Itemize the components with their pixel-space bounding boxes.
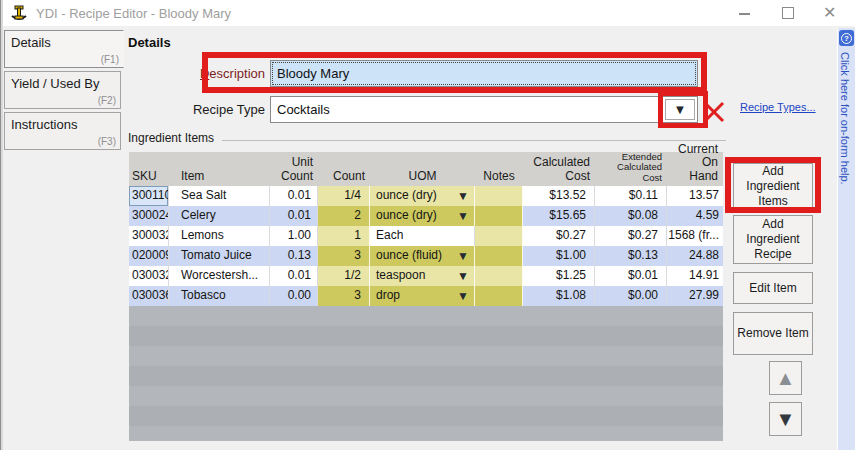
move-up-button[interactable]: ▲ <box>769 361 802 395</box>
cell-unit-count[interactable]: 0.01 <box>270 186 318 206</box>
cell-calculated-cost[interactable]: $13.52 <box>523 186 595 206</box>
add-ingredient-items-button[interactable]: Add Ingredient Items <box>733 163 813 209</box>
cell-sku[interactable]: 300032 <box>129 226 169 246</box>
cell-notes[interactable] <box>475 186 523 206</box>
recipe-type-dropdown-icon[interactable]: ▼ <box>665 99 695 120</box>
col-header-current-on-hand: Current On Hand <box>667 143 723 186</box>
tab-details[interactable]: Details (F1) <box>4 30 124 68</box>
window-left-edge <box>0 0 3 450</box>
close-icon[interactable]: ✕ <box>823 3 836 23</box>
cell-uom[interactable]: Each <box>370 226 475 246</box>
col-header-item: Item <box>169 170 270 186</box>
ingredient-items-group-label: Ingredient Items <box>128 131 214 145</box>
table-row[interactable]: 020009 Tomato Juice 0.13 3 ounce (fluid)… <box>129 246 723 266</box>
cell-item[interactable]: Sea Salt <box>169 186 270 206</box>
cell-count[interactable]: 1 <box>318 226 370 246</box>
uom-dropdown-icon[interactable]: ▼ <box>457 267 469 285</box>
cell-notes[interactable] <box>475 206 523 226</box>
cell-on-hand[interactable]: 14.91 <box>667 266 723 286</box>
cell-calculated-cost[interactable]: $0.27 <box>523 226 595 246</box>
uom-dropdown-icon[interactable]: ▼ <box>457 187 469 205</box>
cell-unit-count[interactable]: 0.13 <box>270 246 318 266</box>
cell-extended-cost[interactable]: $0.27 <box>595 226 667 246</box>
minimize-icon[interactable] <box>739 13 750 15</box>
cell-extended-cost[interactable]: $0.08 <box>595 206 667 226</box>
recipe-type-combobox[interactable]: Cocktails ▼ <box>270 96 698 123</box>
cell-count[interactable]: 1/4 <box>318 186 370 206</box>
cell-calculated-cost[interactable]: $1.00 <box>523 246 595 266</box>
help-strip-label[interactable]: Click here for on-form help. <box>839 52 851 185</box>
recipe-types-link[interactable]: Recipe Types... <box>740 101 816 113</box>
cell-on-hand[interactable]: 27.99 <box>667 286 723 306</box>
cell-item[interactable]: Tobasco <box>169 286 270 306</box>
cell-unit-count[interactable]: 0.00 <box>270 286 318 306</box>
cell-uom[interactable]: drop▼ <box>370 286 475 306</box>
ingredient-items-table: SKU Item Unit Count Count UOM Notes Calc… <box>129 152 723 306</box>
cell-on-hand[interactable]: 13.57 <box>667 186 723 206</box>
table-row[interactable]: 300024 Celery 0.01 2 ounce (dry)▼ $15.65… <box>129 206 723 226</box>
cell-unit-count[interactable]: 1.00 <box>270 226 318 246</box>
recipe-type-label: Recipe Type <box>159 102 265 117</box>
cell-item[interactable]: Worcestersh... <box>169 266 270 286</box>
cell-uom[interactable]: teaspoon▼ <box>370 266 475 286</box>
cell-calculated-cost[interactable]: $1.08 <box>523 286 595 306</box>
uom-dropdown-icon[interactable]: ▼ <box>457 287 469 305</box>
help-question-icon[interactable]: ? <box>839 30 854 46</box>
cell-extended-cost[interactable]: $0.01 <box>595 266 667 286</box>
table-row[interactable]: 030032 Worcestersh... 0.01 1/2 teaspoon▼… <box>129 266 723 286</box>
cell-notes[interactable] <box>475 246 523 266</box>
cell-uom[interactable]: ounce (fluid)▼ <box>370 246 475 266</box>
cell-on-hand[interactable]: 24.88 <box>667 246 723 266</box>
recipe-type-value: Cocktails <box>277 102 330 117</box>
table-empty-area[interactable] <box>129 306 723 441</box>
cell-sku[interactable]: 020009 <box>129 246 169 266</box>
tab-fkey: (F3) <box>98 136 116 147</box>
down-arrow-icon: ▼ <box>776 408 796 431</box>
cell-sku[interactable]: 030036 <box>129 286 169 306</box>
section-title: Details <box>128 35 171 50</box>
cell-item[interactable]: Lemons <box>169 226 270 246</box>
cell-notes[interactable] <box>475 286 523 306</box>
tab-yield-used-by[interactable]: Yield / Used By (F2) <box>4 71 121 109</box>
col-header-unit-count: Unit Count <box>270 156 318 186</box>
cell-uom[interactable]: ounce (dry)▼ <box>370 206 475 226</box>
cell-count[interactable]: 3 <box>318 286 370 306</box>
cell-sku[interactable]: 030032 <box>129 266 169 286</box>
uom-dropdown-icon[interactable]: ▼ <box>457 207 469 225</box>
cell-uom[interactable]: ounce (dry)▼ <box>370 186 475 206</box>
cell-count[interactable]: 3 <box>318 246 370 266</box>
cell-count[interactable]: 2 <box>318 206 370 226</box>
tab-fkey: (F2) <box>98 95 116 106</box>
window-title: YDI - Recipe Editor - Bloody Mary <box>36 6 231 21</box>
cell-notes[interactable] <box>475 266 523 286</box>
table-row[interactable]: 030036 Tobasco 0.00 3 drop▼ $1.08 $0.00 … <box>129 286 723 306</box>
cell-extended-cost[interactable]: $0.13 <box>595 246 667 266</box>
move-down-button[interactable]: ▼ <box>769 402 802 436</box>
cell-extended-cost[interactable]: $0.00 <box>595 286 667 306</box>
remove-item-button[interactable]: Remove Item <box>733 312 813 355</box>
add-ingredient-recipe-button[interactable]: Add Ingredient Recipe <box>733 215 813 264</box>
cell-notes[interactable] <box>475 226 523 246</box>
up-arrow-icon: ▲ <box>776 367 796 390</box>
table-row[interactable]: 300032 Lemons 1.00 1 Each $0.27 $0.27 15… <box>129 226 723 246</box>
description-input[interactable]: Bloody Mary <box>270 60 698 87</box>
table-header: SKU Item Unit Count Count UOM Notes Calc… <box>129 152 723 186</box>
cell-count[interactable]: 1/2 <box>318 266 370 286</box>
cell-on-hand[interactable]: 1568 (fr... <box>667 226 723 246</box>
cell-item[interactable]: Tomato Juice <box>169 246 270 266</box>
cell-calculated-cost[interactable]: $1.25 <box>523 266 595 286</box>
cell-calculated-cost[interactable]: $15.65 <box>523 206 595 226</box>
cell-unit-count[interactable]: 0.01 <box>270 266 318 286</box>
groupbox-line <box>222 140 726 141</box>
table-row[interactable]: 300110 Sea Salt 0.01 1/4 ounce (dry)▼ $1… <box>129 186 723 206</box>
uom-dropdown-icon[interactable]: ▼ <box>457 247 469 265</box>
cell-sku[interactable]: 300024 <box>129 206 169 226</box>
maximize-icon[interactable] <box>782 7 794 19</box>
cell-on-hand[interactable]: 4.59 <box>667 206 723 226</box>
cell-unit-count[interactable]: 0.01 <box>270 206 318 226</box>
tab-instructions[interactable]: Instructions (F3) <box>4 112 121 150</box>
cell-extended-cost[interactable]: $0.11 <box>595 186 667 206</box>
edit-item-button[interactable]: Edit Item <box>733 272 813 304</box>
cell-sku[interactable]: 300110 <box>129 186 169 206</box>
cell-item[interactable]: Celery <box>169 206 270 226</box>
